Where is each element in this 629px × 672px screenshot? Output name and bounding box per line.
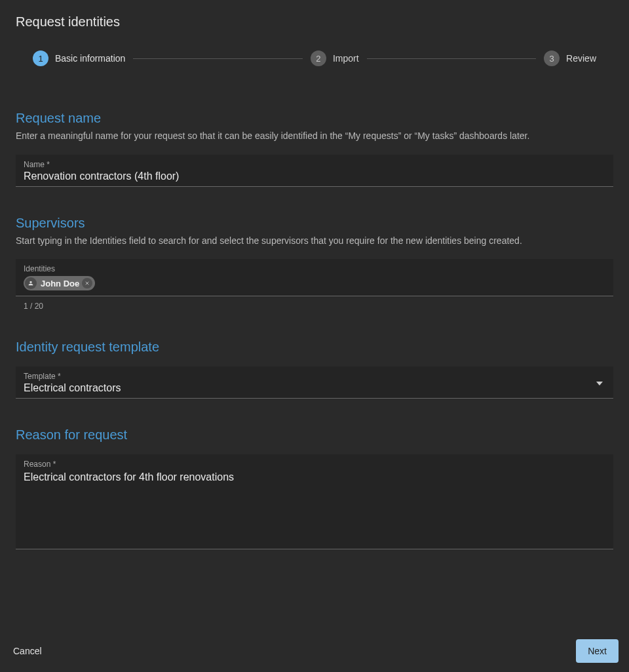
step-basic-information[interactable]: 1 Basic information — [33, 50, 125, 66]
identities-field[interactable]: Identities John Doe — [16, 259, 613, 296]
reason-input[interactable] — [24, 470, 605, 542]
section-template: Identity request template Template * Ele… — [0, 340, 629, 399]
step-review[interactable]: 3 Review — [544, 50, 596, 66]
chevron-down-icon — [596, 376, 603, 388]
field-label: Reason * — [24, 460, 605, 469]
section-title: Request name — [16, 111, 613, 126]
section-reason: Reason for request Reason * — [0, 427, 629, 549]
cancel-button[interactable]: Cancel — [10, 641, 45, 662]
template-field[interactable]: Template * Electrical contractors — [16, 366, 613, 399]
step-connector — [367, 58, 537, 59]
identity-chip[interactable]: John Doe — [24, 276, 95, 290]
field-label: Template * — [24, 372, 605, 381]
template-select[interactable]: Electrical contractors — [24, 382, 605, 394]
field-label: Identities — [24, 264, 605, 273]
section-title: Reason for request — [16, 427, 613, 443]
next-button[interactable]: Next — [576, 639, 619, 663]
chip-row: John Doe — [24, 276, 605, 292]
name-field[interactable]: Name * — [16, 155, 613, 187]
name-input[interactable] — [24, 170, 605, 182]
person-icon — [25, 277, 37, 289]
section-desc: Enter a meaningful name for your request… — [16, 130, 613, 143]
step-number: 3 — [544, 50, 560, 66]
step-number: 2 — [311, 50, 326, 66]
page-title: Request identities — [0, 0, 629, 41]
section-supervisors: Supervisors Start typing in the Identiti… — [0, 216, 629, 311]
field-label: Name * — [24, 160, 605, 169]
chip-label: John Doe — [41, 279, 79, 288]
footer: Cancel Next — [0, 630, 629, 672]
section-request-name: Request name Enter a meaningful name for… — [0, 111, 629, 187]
reason-field[interactable]: Reason * — [16, 454, 613, 549]
step-label: Basic information — [55, 53, 125, 64]
step-connector — [133, 58, 303, 59]
step-label: Review — [566, 53, 596, 64]
remove-chip-icon[interactable] — [82, 278, 92, 288]
identities-count: 1 / 20 — [24, 302, 613, 311]
section-desc: Start typing in the Identities field to … — [16, 235, 613, 248]
section-title: Identity request template — [16, 340, 613, 355]
step-import[interactable]: 2 Import — [311, 50, 359, 66]
step-label: Import — [333, 53, 359, 64]
stepper: 1 Basic information 2 Import 3 Review — [0, 41, 629, 82]
section-title: Supervisors — [16, 216, 613, 231]
step-number: 1 — [33, 50, 48, 66]
